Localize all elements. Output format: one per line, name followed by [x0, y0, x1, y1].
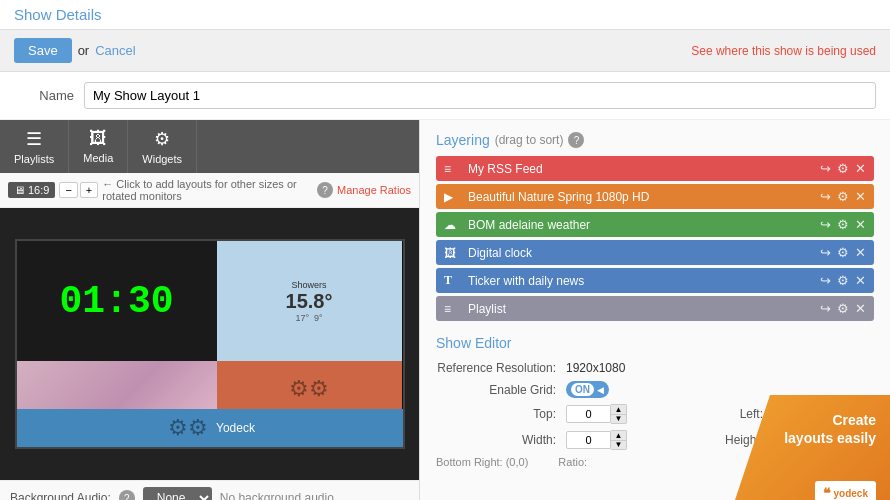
enable-grid-toggle[interactable]: ON ◀	[566, 381, 609, 398]
layer-item-1[interactable]: ▶ Beautiful Nature Spring 1080p HD ↪ ⚙ ✕	[436, 184, 874, 209]
layer-share-icon-1[interactable]: ↪	[820, 189, 831, 204]
promo-text: Createlayouts easily	[784, 411, 876, 447]
name-row: Name	[0, 72, 890, 120]
layer-icon-4: T	[444, 273, 460, 288]
bottom-right-label: Bottom Right: (0,0)	[436, 456, 528, 468]
widgets-label: Widgets	[142, 153, 182, 165]
layer-item-0[interactable]: ≡ My RSS Feed ↪ ⚙ ✕	[436, 156, 874, 181]
layer-share-icon-2[interactable]: ↪	[820, 217, 831, 232]
zone-gears-right: ⚙⚙	[217, 361, 402, 416]
layer-share-icon-3[interactable]: ↪	[820, 245, 831, 260]
media-button[interactable]: 🖼 Media	[69, 120, 128, 173]
layering-drag-hint: (drag to sort)	[495, 133, 564, 147]
weather-hi: 17°	[295, 313, 309, 323]
no-audio-text: No background audio	[220, 491, 334, 500]
widgets-button[interactable]: ⚙ Widgets	[128, 120, 197, 173]
layer-close-icon-2[interactable]: ✕	[855, 217, 866, 232]
layer-item-4[interactable]: T Ticker with daily news ↪ ⚙ ✕	[436, 268, 874, 293]
name-input[interactable]	[84, 82, 876, 109]
or-text: or	[78, 43, 90, 58]
gear-icon-right: ⚙⚙	[289, 376, 329, 402]
layer-icon-3: 🖼	[444, 246, 460, 260]
main-content: ☰ Playlists 🖼 Media ⚙ Widgets 🖥 16:9 − +	[0, 120, 890, 500]
playlists-icon: ☰	[26, 128, 42, 150]
help-icon-layering[interactable]: ?	[568, 132, 584, 148]
ratio-controls: − +	[59, 182, 98, 198]
weather-temp: 15.8°	[286, 290, 333, 313]
gear-icon-bottom: ⚙⚙	[168, 415, 208, 441]
layer-gear-icon-2[interactable]: ⚙	[837, 217, 849, 232]
top-input-group: ▲ ▼	[566, 404, 627, 424]
width-spin-up[interactable]: ▲	[611, 430, 627, 440]
width-spinners: ▲ ▼	[611, 430, 627, 450]
layer-gear-icon-1[interactable]: ⚙	[837, 189, 849, 204]
layer-gear-icon-4[interactable]: ⚙	[837, 273, 849, 288]
top-spin-up[interactable]: ▲	[611, 404, 627, 414]
yodeck-label: Yodeck	[216, 421, 255, 435]
layer-close-icon-0[interactable]: ✕	[855, 161, 866, 176]
see-where-link[interactable]: See where this show is being used	[691, 44, 876, 58]
promo-logo-icon: ❝	[823, 485, 831, 500]
layer-close-icon-5[interactable]: ✕	[855, 301, 866, 316]
toggle-slider: ◀	[597, 385, 604, 395]
layer-share-icon-5[interactable]: ↪	[820, 301, 831, 316]
layer-label-0: My RSS Feed	[468, 162, 820, 176]
layer-item-5[interactable]: ≡ Playlist ↪ ⚙ ✕	[436, 296, 874, 321]
top-input[interactable]	[566, 405, 611, 423]
playlists-label: Playlists	[14, 153, 54, 165]
toggle-on-label: ON	[571, 383, 594, 396]
layer-icon-2: ☁	[444, 218, 460, 232]
layer-actions-0: ↪ ⚙ ✕	[820, 161, 866, 176]
width-spin-down[interactable]: ▼	[611, 440, 627, 450]
weather-title: Showers	[291, 280, 326, 290]
editor-row-resolution: Reference Resolution: 1920x1080	[436, 361, 874, 375]
monitor-icon: 🖥	[14, 184, 25, 196]
layer-gear-icon-0[interactable]: ⚙	[837, 161, 849, 176]
layer-actions-3: ↪ ⚙ ✕	[820, 245, 866, 260]
layering-label: Layering	[436, 132, 490, 148]
layer-close-icon-3[interactable]: ✕	[855, 245, 866, 260]
resolution-label: Reference Resolution:	[436, 361, 566, 375]
width-input[interactable]	[566, 431, 611, 449]
layer-actions-1: ↪ ⚙ ✕	[820, 189, 866, 204]
left-panel: ☰ Playlists 🖼 Media ⚙ Widgets 🖥 16:9 − +	[0, 120, 420, 500]
action-bar-left: Save or Cancel	[14, 38, 136, 63]
preview-area: 🤖 01:30 Showers 15.8° 17° 9°	[0, 208, 419, 480]
name-label: Name	[14, 88, 74, 103]
save-button[interactable]: Save	[14, 38, 72, 63]
ratio-minus-button[interactable]: −	[59, 182, 77, 198]
layer-label-4: Ticker with daily news	[468, 274, 820, 288]
layer-gear-icon-5[interactable]: ⚙	[837, 301, 849, 316]
ratio-label: Ratio:	[558, 456, 587, 468]
audio-select[interactable]: None	[143, 487, 212, 500]
manage-ratios-link[interactable]: Manage Ratios	[337, 184, 411, 196]
cancel-link[interactable]: Cancel	[95, 43, 135, 58]
top-spin-down[interactable]: ▼	[611, 414, 627, 424]
layer-actions-2: ↪ ⚙ ✕	[820, 217, 866, 232]
layer-gear-icon-3[interactable]: ⚙	[837, 245, 849, 260]
help-icon-ratio[interactable]: ?	[317, 182, 333, 198]
ratio-plus-button[interactable]: +	[80, 182, 98, 198]
weather-row: 17° 9°	[295, 313, 322, 323]
widgets-icon: ⚙	[154, 128, 170, 150]
right-panel: Layering (drag to sort) ? ≡ My RSS Feed …	[420, 120, 890, 500]
layer-actions-4: ↪ ⚙ ✕	[820, 273, 866, 288]
playlists-button[interactable]: ☰ Playlists	[0, 120, 69, 173]
ratio-value: 16:9	[28, 184, 49, 196]
layer-label-2: BOM adelaine weather	[468, 218, 820, 232]
help-icon-audio[interactable]: ?	[119, 490, 135, 500]
layer-label-1: Beautiful Nature Spring 1080p HD	[468, 190, 820, 204]
layer-item-2[interactable]: ☁ BOM adelaine weather ↪ ⚙ ✕	[436, 212, 874, 237]
zone-blue-bottom: ⚙⚙ Yodeck	[17, 409, 405, 447]
media-icon: 🖼	[89, 128, 107, 149]
layering-title: Layering (drag to sort) ?	[436, 132, 874, 148]
layer-close-icon-4[interactable]: ✕	[855, 273, 866, 288]
layer-item-3[interactable]: 🖼 Digital clock ↪ ⚙ ✕	[436, 240, 874, 265]
clock-display: 01:30	[59, 280, 173, 323]
width-field-label: Width:	[436, 433, 566, 447]
enable-grid-label: Enable Grid:	[436, 383, 566, 397]
layer-close-icon-1[interactable]: ✕	[855, 189, 866, 204]
layering-section: Layering (drag to sort) ? ≡ My RSS Feed …	[436, 132, 874, 321]
layer-share-icon-0[interactable]: ↪	[820, 161, 831, 176]
layer-share-icon-4[interactable]: ↪	[820, 273, 831, 288]
